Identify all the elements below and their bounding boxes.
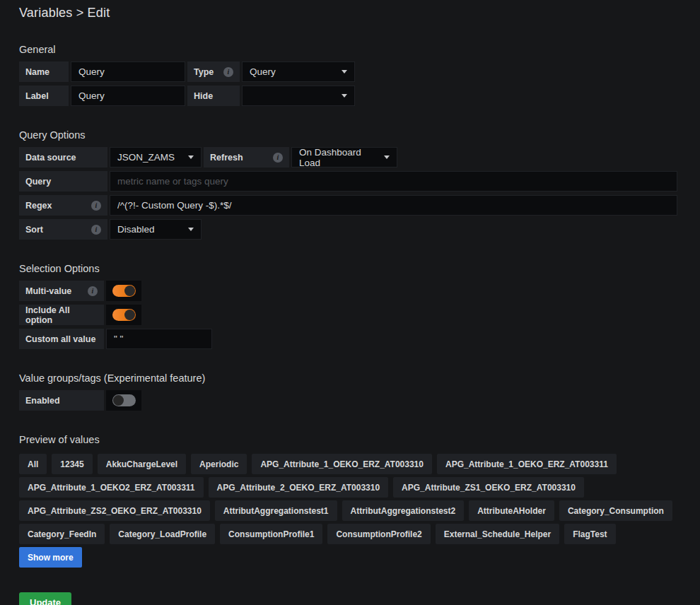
custom-all-value-label: Custom all value (19, 329, 104, 349)
row-custom-all-value: Custom all value (19, 329, 681, 349)
preview-value-chip: APG_Attribute_1_OEKO_ERZ_AT003311 (437, 454, 617, 474)
toggle-switch (112, 394, 136, 406)
name-label: Name (19, 61, 69, 82)
preview-value-chip: 12345 (52, 454, 92, 474)
row-sort: Sort i Disabled (19, 219, 681, 240)
section-preview: Preview of values All12345AkkuChargeLeve… (19, 434, 681, 568)
type-label: Type i (187, 61, 240, 82)
preview-value-chip: Aperiodic (191, 454, 247, 474)
preview-value-chip: AkkuChargeLevel (98, 454, 186, 474)
variable-editor-page: Variables > Edit General Name Type i Que… (0, 0, 700, 605)
regex-input[interactable] (110, 195, 677, 216)
chevron-down-icon (342, 94, 347, 98)
preview-value-chip: ConsumptionProfile2 (327, 524, 430, 544)
name-input[interactable] (71, 61, 185, 82)
preview-value-chip: APG_Attribute_ZS1_OEKO_ERZ_AT003310 (393, 477, 584, 498)
data-source-select[interactable]: JSON_ZAMS (110, 147, 202, 168)
preview-value-chip: APG_Attribute_1_OEKO2_ERZ_AT003311 (19, 477, 204, 498)
page-title: Variables > Edit (19, 6, 681, 20)
chevron-down-icon (188, 228, 194, 231)
enabled-label: Enabled (19, 390, 104, 411)
sort-label: Sort i (19, 219, 107, 240)
query-input[interactable] (110, 171, 677, 192)
preview-heading: Preview of values (19, 434, 681, 445)
label-input[interactable] (71, 86, 185, 106)
row-enabled: Enabled (19, 390, 681, 411)
info-icon: i (88, 286, 98, 296)
preview-value-chip: External_Schedule_Helper (436, 524, 559, 544)
query-options-heading: Query Options (19, 129, 681, 141)
multi-value-toggle[interactable] (106, 281, 141, 301)
row-multi-value: Multi-value i (19, 281, 681, 301)
data-source-label: Data source (19, 147, 107, 168)
hide-select[interactable] (242, 86, 355, 106)
preview-value-chip: APG_Attribute_1_OEKO_ERZ_AT003310 (252, 454, 432, 474)
info-icon: i (91, 225, 101, 235)
general-heading: General (19, 44, 681, 55)
row-include-all: Include All option (19, 305, 681, 325)
custom-all-value-input[interactable] (106, 329, 212, 349)
chevron-down-icon (188, 155, 194, 159)
preview-value-chip: All (19, 454, 47, 474)
section-selection-options: Selection Options Multi-value i Include … (19, 263, 681, 349)
info-icon: i (273, 153, 283, 163)
section-general: General Name Type i Query Label Hide (19, 44, 681, 106)
selection-options-heading: Selection Options (19, 263, 681, 274)
include-all-label: Include All option (19, 305, 104, 325)
row-name-type: Name Type i Query (19, 61, 681, 82)
chevron-down-icon (384, 155, 390, 159)
update-button[interactable]: Update (19, 592, 71, 605)
row-query: Query (19, 171, 681, 192)
preview-value-chip: APG_Attribute_2_OEKO_ERZ_AT003310 (209, 477, 389, 498)
chevron-down-icon (342, 70, 347, 74)
refresh-select[interactable]: On Dashboard Load (291, 147, 397, 168)
preview-value-chip: FlagTest (564, 524, 615, 544)
refresh-label: Refresh i (204, 147, 289, 168)
query-label: Query (19, 171, 107, 192)
preview-value-chip: ConsumptionProfile1 (220, 524, 322, 544)
multi-value-label: Multi-value i (19, 281, 104, 301)
value-groups-enabled-toggle[interactable] (106, 390, 141, 411)
section-value-groups: Value groups/tags (Experimental feature)… (19, 372, 681, 411)
type-select[interactable]: Query (242, 61, 355, 82)
preview-value-chip: AttributAggregationstest2 (342, 500, 465, 521)
sort-select[interactable]: Disabled (110, 219, 202, 240)
info-icon: i (91, 201, 101, 211)
preview-value-chip: AttributeAHolder (469, 500, 554, 521)
toggle-switch (112, 285, 136, 297)
preview-value-chip: APG_Attribute_ZS2_OEKO_ERZ_AT003310 (19, 500, 210, 521)
preview-value-chip: Category_FeedIn (19, 524, 105, 544)
show-more-button[interactable]: Show more (19, 547, 82, 568)
label-label: Label (19, 86, 69, 106)
preview-values: All12345AkkuChargeLevelAperiodicAPG_Attr… (19, 454, 682, 568)
row-regex: Regex i (19, 195, 681, 216)
preview-value-chip: Category_Consumption (559, 500, 672, 521)
toggle-switch (112, 309, 136, 321)
value-groups-heading: Value groups/tags (Experimental feature) (19, 372, 681, 384)
row-label-hide: Label Hide (19, 86, 681, 106)
hide-label: Hide (187, 86, 240, 106)
info-icon: i (223, 67, 233, 77)
row-datasource-refresh: Data source JSON_ZAMS Refresh i On Dashb… (19, 147, 681, 168)
preview-value-chip: Category_LoadProfile (110, 524, 215, 544)
preview-value-chip: AttributAggregationstest1 (215, 500, 337, 521)
include-all-toggle[interactable] (106, 305, 141, 325)
section-query-options: Query Options Data source JSON_ZAMS Refr… (19, 129, 681, 240)
regex-label: Regex i (19, 195, 107, 216)
